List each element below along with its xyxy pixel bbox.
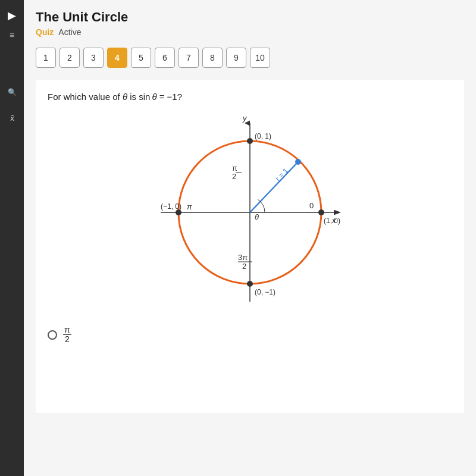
- question-nav-btn-10[interactable]: 10: [250, 48, 270, 68]
- diagram-container: r = 1 x y (0, 1) (0, −1) (−1, 0) (1, 0): [48, 111, 452, 314]
- answer-text-1: π 2: [63, 325, 71, 345]
- svg-text:(1, 0): (1, 0): [324, 217, 340, 225]
- svg-text:y: y: [242, 114, 248, 123]
- sidebar-icon-menu[interactable]: ≡: [4, 27, 20, 43]
- svg-text:π: π: [187, 202, 192, 211]
- question-nav-btn-7[interactable]: 7: [178, 48, 199, 68]
- svg-point-6: [247, 281, 253, 287]
- sidebar-icon-search[interactable]: 🔍: [4, 84, 20, 101]
- svg-point-9: [295, 159, 301, 165]
- answer-option-1: π 2: [48, 325, 452, 345]
- svg-text:θ: θ: [255, 212, 259, 221]
- main-content: The Unit Circle Quiz Active 12345678910 …: [24, 0, 476, 476]
- svg-text:0: 0: [309, 201, 314, 210]
- svg-text:r = 1: r = 1: [274, 167, 290, 183]
- header: The Unit Circle Quiz Active: [24, 0, 476, 42]
- question-area: For which value of θ is sin θ = −1?: [36, 80, 464, 413]
- quiz-label: Quiz: [36, 27, 54, 37]
- question-nav-btn-5[interactable]: 5: [131, 48, 151, 68]
- question-nav-btn-8[interactable]: 8: [202, 48, 223, 68]
- svg-text:3π: 3π: [238, 253, 248, 262]
- svg-point-8: [318, 209, 324, 215]
- svg-point-5: [247, 138, 253, 144]
- active-label: Active: [58, 27, 81, 37]
- sidebar-arrow[interactable]: ▶: [8, 9, 16, 22]
- svg-text:(0, 1): (0, 1): [255, 132, 271, 140]
- question-nav-btn-2[interactable]: 2: [60, 48, 80, 68]
- sidebar: ▶ ≡ 🔍 x̄: [0, 0, 24, 476]
- svg-text:2: 2: [242, 262, 246, 271]
- question-nav-btn-9[interactable]: 9: [226, 48, 246, 68]
- unit-circle-diagram: r = 1 x y (0, 1) (0, −1) (−1, 0) (1, 0): [149, 111, 351, 314]
- question-nav-btn-3[interactable]: 3: [83, 48, 104, 68]
- question-nav-btn-6[interactable]: 6: [155, 48, 175, 68]
- svg-line-3: [250, 162, 298, 212]
- page-title: The Unit Circle: [36, 10, 464, 25]
- svg-text:(0, −1): (0, −1): [255, 288, 275, 296]
- question-nav: 12345678910: [24, 42, 476, 74]
- question-nav-btn-4[interactable]: 4: [107, 48, 127, 68]
- status-row: Quiz Active: [36, 27, 464, 37]
- svg-text:(−1, 0): (−1, 0): [161, 202, 181, 211]
- question-text: For which value of θ is sin θ = −1?: [48, 92, 452, 102]
- sidebar-icon-xbar[interactable]: x̄: [4, 110, 20, 127]
- question-nav-btn-1[interactable]: 1: [36, 48, 56, 68]
- answer-radio-1[interactable]: [48, 330, 57, 340]
